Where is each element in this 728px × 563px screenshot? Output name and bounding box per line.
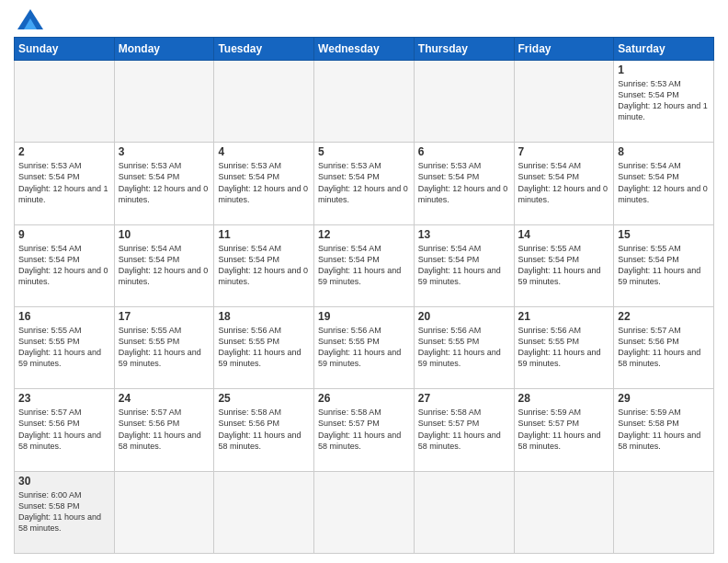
day-number: 14 bbox=[518, 228, 610, 241]
calendar-cell bbox=[314, 61, 415, 143]
cell-info: Sunrise: 5:59 AM Sunset: 5:57 PM Dayligh… bbox=[518, 407, 610, 452]
day-number: 1 bbox=[618, 63, 710, 76]
calendar-cell bbox=[614, 471, 714, 553]
calendar-cell bbox=[414, 61, 514, 143]
calendar-cell: 20Sunrise: 5:56 AM Sunset: 5:55 PM Dayli… bbox=[414, 306, 514, 388]
calendar-cell: 3Sunrise: 5:53 AM Sunset: 5:54 PM Daylig… bbox=[114, 143, 214, 224]
calendar-day-header: Sunday bbox=[15, 38, 115, 61]
calendar-day-header: Friday bbox=[514, 38, 614, 61]
calendar-cell bbox=[114, 471, 214, 553]
calendar-cell: 27Sunrise: 5:58 AM Sunset: 5:57 PM Dayli… bbox=[414, 389, 514, 471]
cell-info: Sunrise: 5:55 AM Sunset: 5:54 PM Dayligh… bbox=[618, 243, 710, 288]
calendar-cell: 6Sunrise: 5:53 AM Sunset: 5:54 PM Daylig… bbox=[414, 143, 514, 224]
cell-info: Sunrise: 5:54 AM Sunset: 5:54 PM Dayligh… bbox=[218, 243, 310, 288]
day-number: 28 bbox=[518, 392, 610, 405]
cell-info: Sunrise: 5:57 AM Sunset: 5:56 PM Dayligh… bbox=[119, 407, 210, 452]
day-number: 20 bbox=[418, 310, 510, 323]
calendar-cell bbox=[414, 471, 514, 553]
cell-info: Sunrise: 5:53 AM Sunset: 5:54 PM Dayligh… bbox=[218, 160, 310, 205]
calendar-cell: 13Sunrise: 5:54 AM Sunset: 5:54 PM Dayli… bbox=[414, 224, 514, 306]
cell-info: Sunrise: 5:56 AM Sunset: 5:55 PM Dayligh… bbox=[218, 325, 310, 370]
day-number: 2 bbox=[18, 145, 110, 158]
calendar-cell: 7Sunrise: 5:54 AM Sunset: 5:54 PM Daylig… bbox=[514, 143, 614, 224]
calendar-header-row: SundayMondayTuesdayWednesdayThursdayFrid… bbox=[15, 38, 714, 61]
day-number: 8 bbox=[618, 145, 710, 158]
day-number: 11 bbox=[218, 228, 310, 241]
day-number: 17 bbox=[119, 310, 210, 323]
cell-info: Sunrise: 5:54 AM Sunset: 5:54 PM Dayligh… bbox=[518, 160, 610, 205]
calendar-day-header: Monday bbox=[114, 38, 214, 61]
logo bbox=[14, 9, 43, 29]
day-number: 30 bbox=[18, 475, 110, 488]
calendar-week-row: 16Sunrise: 5:55 AM Sunset: 5:55 PM Dayli… bbox=[15, 306, 714, 388]
page: SundayMondayTuesdayWednesdayThursdayFrid… bbox=[0, 0, 728, 563]
cell-info: Sunrise: 5:53 AM Sunset: 5:54 PM Dayligh… bbox=[318, 160, 410, 205]
cell-info: Sunrise: 5:53 AM Sunset: 5:54 PM Dayligh… bbox=[418, 160, 510, 205]
cell-info: Sunrise: 5:58 AM Sunset: 5:56 PM Dayligh… bbox=[218, 407, 310, 452]
calendar-week-row: 30Sunrise: 6:00 AM Sunset: 5:58 PM Dayli… bbox=[15, 471, 714, 553]
calendar-cell: 2Sunrise: 5:53 AM Sunset: 5:54 PM Daylig… bbox=[15, 143, 115, 224]
header bbox=[14, 9, 714, 29]
calendar-cell bbox=[114, 61, 214, 143]
calendar-cell: 11Sunrise: 5:54 AM Sunset: 5:54 PM Dayli… bbox=[214, 224, 314, 306]
calendar-cell: 29Sunrise: 5:59 AM Sunset: 5:58 PM Dayli… bbox=[614, 389, 714, 471]
day-number: 4 bbox=[218, 145, 310, 158]
calendar-week-row: 1Sunrise: 5:53 AM Sunset: 5:54 PM Daylig… bbox=[15, 61, 714, 143]
calendar-week-row: 9Sunrise: 5:54 AM Sunset: 5:54 PM Daylig… bbox=[15, 224, 714, 306]
calendar-week-row: 2Sunrise: 5:53 AM Sunset: 5:54 PM Daylig… bbox=[15, 143, 714, 224]
cell-info: Sunrise: 5:53 AM Sunset: 5:54 PM Dayligh… bbox=[18, 160, 110, 205]
day-number: 5 bbox=[318, 145, 410, 158]
cell-info: Sunrise: 5:59 AM Sunset: 5:58 PM Dayligh… bbox=[618, 407, 710, 452]
cell-info: Sunrise: 5:54 AM Sunset: 5:54 PM Dayligh… bbox=[18, 243, 110, 288]
day-number: 10 bbox=[119, 228, 210, 241]
calendar-cell: 17Sunrise: 5:55 AM Sunset: 5:55 PM Dayli… bbox=[114, 306, 214, 388]
day-number: 16 bbox=[18, 310, 110, 323]
day-number: 27 bbox=[418, 392, 510, 405]
calendar-cell: 9Sunrise: 5:54 AM Sunset: 5:54 PM Daylig… bbox=[15, 224, 115, 306]
cell-info: Sunrise: 5:55 AM Sunset: 5:55 PM Dayligh… bbox=[119, 325, 210, 370]
day-number: 29 bbox=[618, 392, 710, 405]
logo-icon bbox=[17, 9, 43, 29]
day-number: 12 bbox=[318, 228, 410, 241]
calendar-cell: 21Sunrise: 5:56 AM Sunset: 5:55 PM Dayli… bbox=[514, 306, 614, 388]
calendar-cell: 30Sunrise: 6:00 AM Sunset: 5:58 PM Dayli… bbox=[15, 471, 115, 553]
cell-info: Sunrise: 5:54 AM Sunset: 5:54 PM Dayligh… bbox=[618, 160, 710, 205]
cell-info: Sunrise: 5:54 AM Sunset: 5:54 PM Dayligh… bbox=[418, 243, 510, 288]
calendar-day-header: Tuesday bbox=[214, 38, 314, 61]
day-number: 24 bbox=[119, 392, 210, 405]
cell-info: Sunrise: 5:55 AM Sunset: 5:55 PM Dayligh… bbox=[18, 325, 110, 370]
calendar-cell: 5Sunrise: 5:53 AM Sunset: 5:54 PM Daylig… bbox=[314, 143, 415, 224]
day-number: 21 bbox=[518, 310, 610, 323]
calendar-cell bbox=[15, 61, 115, 143]
calendar-cell: 4Sunrise: 5:53 AM Sunset: 5:54 PM Daylig… bbox=[214, 143, 314, 224]
calendar-cell: 19Sunrise: 5:56 AM Sunset: 5:55 PM Dayli… bbox=[314, 306, 415, 388]
cell-info: Sunrise: 5:56 AM Sunset: 5:55 PM Dayligh… bbox=[418, 325, 510, 370]
cell-info: Sunrise: 5:54 AM Sunset: 5:54 PM Dayligh… bbox=[318, 243, 410, 288]
calendar-table: SundayMondayTuesdayWednesdayThursdayFrid… bbox=[14, 37, 714, 554]
cell-info: Sunrise: 5:53 AM Sunset: 5:54 PM Dayligh… bbox=[119, 160, 210, 205]
day-number: 3 bbox=[119, 145, 210, 158]
calendar-day-header: Wednesday bbox=[314, 38, 415, 61]
day-number: 6 bbox=[418, 145, 510, 158]
day-number: 9 bbox=[18, 228, 110, 241]
cell-info: Sunrise: 5:53 AM Sunset: 5:54 PM Dayligh… bbox=[618, 78, 710, 123]
calendar-cell: 16Sunrise: 5:55 AM Sunset: 5:55 PM Dayli… bbox=[15, 306, 115, 388]
calendar-cell: 12Sunrise: 5:54 AM Sunset: 5:54 PM Dayli… bbox=[314, 224, 415, 306]
calendar-cell: 26Sunrise: 5:58 AM Sunset: 5:57 PM Dayli… bbox=[314, 389, 415, 471]
calendar-cell: 1Sunrise: 5:53 AM Sunset: 5:54 PM Daylig… bbox=[614, 61, 714, 143]
cell-info: Sunrise: 5:56 AM Sunset: 5:55 PM Dayligh… bbox=[318, 325, 410, 370]
calendar-cell: 10Sunrise: 5:54 AM Sunset: 5:54 PM Dayli… bbox=[114, 224, 214, 306]
logo-text bbox=[14, 9, 43, 29]
day-number: 25 bbox=[218, 392, 310, 405]
calendar-cell: 23Sunrise: 5:57 AM Sunset: 5:56 PM Dayli… bbox=[15, 389, 115, 471]
day-number: 7 bbox=[518, 145, 610, 158]
day-number: 22 bbox=[618, 310, 710, 323]
cell-info: Sunrise: 5:55 AM Sunset: 5:54 PM Dayligh… bbox=[518, 243, 610, 288]
cell-info: Sunrise: 6:00 AM Sunset: 5:58 PM Dayligh… bbox=[18, 489, 110, 534]
calendar-cell: 22Sunrise: 5:57 AM Sunset: 5:56 PM Dayli… bbox=[614, 306, 714, 388]
cell-info: Sunrise: 5:57 AM Sunset: 5:56 PM Dayligh… bbox=[618, 325, 710, 370]
day-number: 19 bbox=[318, 310, 410, 323]
calendar-cell: 8Sunrise: 5:54 AM Sunset: 5:54 PM Daylig… bbox=[614, 143, 714, 224]
calendar-cell bbox=[514, 471, 614, 553]
calendar-cell bbox=[314, 471, 415, 553]
